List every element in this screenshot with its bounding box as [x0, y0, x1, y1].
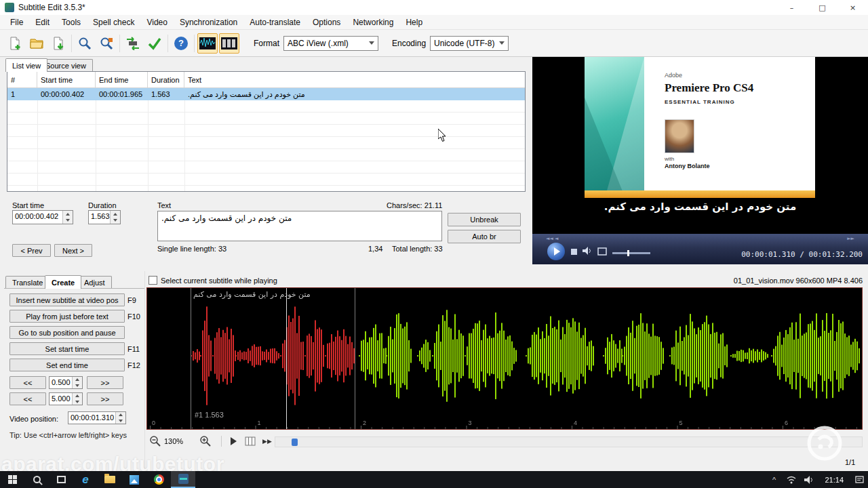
tab-translate[interactable]: Translate: [5, 276, 50, 289]
stop-button[interactable]: [571, 249, 577, 255]
subtitle-text-input[interactable]: متن خودم در این قسمت وارد می کنم.: [157, 211, 442, 241]
set-start-time-button[interactable]: Set start time: [9, 342, 125, 355]
spin-up-button[interactable]: [73, 393, 82, 399]
start-time-stepper[interactable]: 00:00:00.402: [12, 210, 73, 224]
spell-check-button[interactable]: [144, 33, 165, 54]
menu-tools[interactable]: Tools: [56, 18, 87, 27]
taskbar-chrome-button[interactable]: [146, 471, 171, 488]
menu-help[interactable]: Help: [399, 18, 429, 27]
spin-up-button[interactable]: [111, 211, 120, 218]
encoding-select[interactable]: Unicode (UTF-8): [430, 36, 509, 51]
spin-up-button[interactable]: [63, 211, 73, 218]
forward-marks-icon: ►►: [847, 236, 854, 241]
open-button[interactable]: [26, 33, 47, 54]
task-view-button[interactable]: [49, 471, 73, 488]
select-current-subtitle-checkbox[interactable]: [149, 276, 157, 285]
fullscreen-icon[interactable]: [597, 247, 607, 256]
column-header-text[interactable]: Text: [184, 72, 525, 87]
waveform-video-toggle[interactable]: [245, 436, 256, 446]
maximize-button[interactable]: □: [807, 0, 837, 15]
waveform-toggle-button[interactable]: [197, 33, 218, 54]
spin-up-button[interactable]: [73, 377, 82, 383]
set-end-time-button[interactable]: Set end time: [9, 359, 125, 371]
auto-br-button[interactable]: Auto br: [448, 230, 521, 243]
play-button[interactable]: [547, 243, 565, 260]
taskbar-edge-button[interactable]: e: [73, 471, 98, 488]
notification-icon: [855, 475, 864, 484]
menu-auto-translate[interactable]: Auto-translate: [243, 18, 307, 27]
visual-sync-button[interactable]: [122, 33, 144, 54]
toolbar-separator: [221, 436, 222, 447]
video-position-stepper[interactable]: 00:00:01.310: [68, 411, 126, 424]
column-header-end-time[interactable]: End time: [96, 72, 148, 87]
waveform-canvas[interactable]: [147, 288, 862, 429]
go-to-sub-position-button[interactable]: Go to sub position and pause: [9, 326, 125, 339]
large-step-stepper[interactable]: 5.000: [49, 392, 83, 405]
tray-expand-button[interactable]: ^: [765, 471, 783, 488]
menu-networking[interactable]: Networking: [347, 18, 399, 27]
seek-forward-small-button[interactable]: >>: [87, 376, 123, 389]
prev-button[interactable]: < Prev: [12, 244, 51, 257]
menu-synchronization[interactable]: Synchronization: [174, 18, 243, 27]
fast-forward-icon[interactable]: ▶▶: [262, 438, 272, 445]
taskbar-clock[interactable]: 21:14: [818, 476, 850, 484]
waveform-panel[interactable]: متن خودم در این قسمت وارد می کنم #1 1.56…: [146, 287, 863, 430]
waveform-play-button[interactable]: [231, 437, 237, 445]
spin-up-button[interactable]: [116, 412, 125, 418]
video-position-value: 00:00:01.310: [68, 412, 115, 424]
taskbar-photos-button[interactable]: [122, 471, 146, 488]
waveform-scrollbar[interactable]: [275, 436, 863, 447]
save-icon: [52, 37, 65, 50]
waveform-scroll-thumb[interactable]: [292, 439, 298, 446]
volume-slider[interactable]: [612, 252, 650, 254]
seek-back-small-button[interactable]: <<: [9, 376, 46, 389]
action-center-button[interactable]: [850, 471, 868, 488]
spin-down-button[interactable]: [116, 418, 125, 424]
network-button[interactable]: [783, 471, 800, 488]
tab-adjust[interactable]: Adjust: [77, 276, 112, 289]
new-subtitle-button[interactable]: [4, 33, 26, 54]
tab-create[interactable]: Create: [45, 275, 81, 289]
close-button[interactable]: ×: [837, 0, 868, 15]
menu-edit[interactable]: Edit: [29, 18, 56, 27]
menu-video[interactable]: Video: [140, 18, 173, 27]
spin-down-button[interactable]: [63, 218, 73, 224]
spin-down-button[interactable]: [111, 218, 120, 224]
help-button[interactable]: ?: [170, 33, 192, 54]
menu-file[interactable]: File: [4, 18, 29, 27]
volume-thumb[interactable]: [627, 250, 629, 256]
small-step-stepper[interactable]: 0.500: [49, 376, 83, 389]
find-button[interactable]: [74, 33, 96, 54]
zoom-in-icon[interactable]: [199, 435, 212, 447]
taskbar-subtitle-edit-button[interactable]: [171, 471, 195, 488]
play-before-text-button[interactable]: Play from just before text: [9, 310, 125, 323]
title-bar[interactable]: Subtitle Edit 3.5.3* – □ ×: [0, 0, 868, 15]
spin-down-button[interactable]: [73, 399, 82, 405]
menu-spell-check[interactable]: Spell check: [87, 18, 140, 27]
column-header-number[interactable]: #: [7, 72, 37, 87]
column-header-duration[interactable]: Duration: [148, 72, 184, 87]
zoom-out-icon[interactable]: [149, 435, 161, 447]
seek-back-large-button[interactable]: <<: [9, 392, 46, 405]
subtitle-row[interactable]: 1 00:00:00.402 00:00:01.965 1.563 متن خو…: [7, 88, 525, 100]
speaker-icon[interactable]: [583, 247, 592, 255]
taskbar-search-button[interactable]: [24, 471, 49, 488]
insert-new-subtitle-button[interactable]: Insert new subtitle at video pos: [9, 293, 125, 306]
format-select[interactable]: ABC iView (.xml): [283, 36, 378, 51]
grid-line: [148, 88, 149, 191]
save-button[interactable]: [47, 33, 69, 54]
spin-down-button[interactable]: [73, 383, 82, 389]
replace-button[interactable]: [96, 33, 117, 54]
video-toggle-button[interactable]: [219, 33, 239, 54]
menu-options[interactable]: Options: [307, 18, 347, 27]
duration-stepper[interactable]: 1.563: [88, 210, 121, 224]
tab-list-view[interactable]: List view: [5, 58, 47, 72]
unbreak-button[interactable]: Unbreak: [448, 213, 521, 226]
volume-button[interactable]: [800, 471, 818, 488]
seek-forward-large-button[interactable]: >>: [87, 392, 123, 405]
taskbar-explorer-button[interactable]: [98, 471, 122, 488]
start-button[interactable]: [0, 471, 24, 488]
next-button[interactable]: Next >: [54, 244, 92, 257]
column-header-start-time[interactable]: Start time: [37, 72, 96, 87]
minimize-button[interactable]: –: [776, 0, 807, 15]
